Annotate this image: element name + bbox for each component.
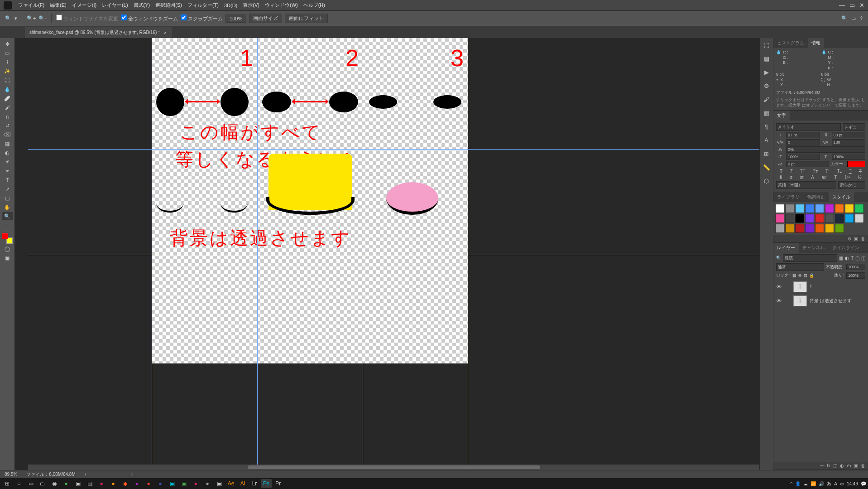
dock-navigator-icon[interactable]: ⊞ [762,150,771,158]
zoom-out-icon[interactable]: 🔍- [38,15,47,21]
menu-help[interactable]: ヘルプ(H) [301,2,328,9]
dock-actions-icon[interactable]: ▶ [762,68,771,76]
explorer-icon[interactable]: 🗀 [37,479,48,488]
search-icon[interactable]: 🔍 [841,15,848,21]
shift-input[interactable]: 0 pt [786,161,829,167]
tray-volume-icon[interactable]: 🔊 [819,481,824,486]
style-swatch[interactable] [855,214,864,223]
chevron-left-icon[interactable]: ‹ [131,472,133,477]
filter-pixel-icon[interactable]: ▦ [839,256,843,261]
dock-swatches-icon[interactable]: ▦ [762,109,771,117]
app-icon[interactable]: ● [202,479,213,488]
filter-type-icon[interactable]: T [851,256,854,261]
app-icon[interactable]: Lr [249,479,260,488]
fit-screen-button[interactable]: 画面サイズ [249,14,282,23]
adjustment-layer-icon[interactable]: ◐ [840,463,844,468]
style-swatch[interactable] [845,214,854,223]
hscale-input[interactable]: 100% [832,154,866,160]
move-tool[interactable]: ✥ [2,40,13,48]
task-view-icon[interactable]: ▭ [25,479,36,488]
menu-image[interactable]: イメージ(I) [69,2,99,9]
menu-filter[interactable]: フィルター(T) [185,2,221,9]
stamp-tool[interactable]: ⎌ [2,112,13,121]
edit-toolbar[interactable]: ⋯ [2,221,13,229]
clear-style-icon[interactable]: ⊘ [848,236,851,241]
document-tab[interactable]: shimanekko_face.psd @ 89.5% (背景は透過させます, … [25,27,173,38]
notifications-icon[interactable]: 💬 [861,481,866,486]
maximize-button[interactable]: ▭ [849,2,855,9]
fit-window-button[interactable]: 画面にフィット [285,14,328,23]
dock-3d-icon[interactable]: ⬡ [762,177,771,185]
a-button[interactable]: A [811,175,814,180]
leading-input[interactable]: 88 pt [832,132,866,138]
photoshop-icon[interactable]: Ps [261,479,272,488]
color-swatches[interactable] [2,233,13,244]
dodge-tool[interactable]: ☀ [2,158,13,166]
style-swatch[interactable] [855,204,864,213]
layer-name[interactable]: 1 [810,284,866,289]
zoom-level[interactable]: 89.5% [5,472,17,477]
menu-type[interactable]: 書式(Y) [131,2,153,9]
strike-button[interactable]: T [859,169,862,174]
close-button[interactable]: ✕ [859,2,864,9]
history-brush-tool[interactable]: ↺ [2,121,13,130]
canvas-area[interactable]: 1 2 3 この幅がすべて 等しくなるように！ [14,38,759,470]
style-swatch[interactable] [825,214,834,223]
filter-adjust-icon[interactable]: ◐ [845,256,849,261]
tray-chevron-icon[interactable]: ^ [791,481,793,486]
style-swatch[interactable] [795,204,804,213]
chrome-icon[interactable]: ◉ [49,479,60,488]
app-icon[interactable]: ● [131,479,142,488]
lasso-tool[interactable]: ⌇ [2,58,13,66]
visibility-toggle[interactable]: 👁 [775,298,782,304]
lock-artboard-icon[interactable]: ⊡ [804,273,807,278]
app-icon[interactable]: ◆ [120,479,130,488]
superscript-button[interactable]: T¹ [825,169,830,174]
layer-thumbnail[interactable]: T [793,295,807,306]
blend-mode-select[interactable]: 通常 [776,263,824,271]
style-swatch[interactable] [845,204,854,213]
app-icon[interactable]: ▣ [214,479,225,488]
tab-info[interactable]: 情報 [808,38,824,48]
gradient-tool[interactable]: ▦ [2,140,13,148]
shape-tool[interactable]: ▢ [2,194,13,202]
app-icon[interactable]: ● [143,479,154,488]
visibility-toggle[interactable]: 👁 [775,284,782,290]
style-swatch[interactable] [785,204,794,213]
eraser-tool[interactable]: ⌫ [2,131,13,139]
tray-ime-icon[interactable]: あ [827,480,831,487]
dock-properties-icon[interactable]: ⚙ [762,82,771,90]
dock-history-icon[interactable]: ▤ [762,54,771,63]
layer-name[interactable]: 背景 は透過させます [810,298,866,304]
zoom-tool[interactable]: 🔍 [2,212,13,220]
marquee-tool[interactable]: ▭ [2,49,13,57]
style-swatch[interactable] [785,224,794,233]
font-family-select[interactable]: メイリオ [776,123,841,131]
filter-smart-icon[interactable]: ◫ [861,256,865,261]
style-swatch[interactable] [815,214,824,223]
italic-button[interactable]: T [790,169,792,174]
style-swatch[interactable] [805,204,814,213]
path-tool[interactable]: ↗ [2,185,13,193]
pen-tool[interactable]: ✒ [2,167,13,175]
artboard[interactable]: 1 2 3 この幅がすべて 等しくなるように！ [152,38,468,363]
layer-row[interactable]: 👁 T 1 [773,280,868,294]
menu-3d[interactable]: 3D(D) [221,3,240,8]
group-icon[interactable]: 🗀 [847,463,851,468]
tray-wifi-icon[interactable]: 📶 [810,481,816,486]
delete-layer-icon[interactable]: 🗑 [861,463,865,468]
tab-styles[interactable]: スタイル [829,192,854,202]
lock-all-icon[interactable]: 🔒 [809,273,814,278]
screen-mode[interactable]: ▣ [2,254,13,262]
layer-thumbnail[interactable]: T [793,281,807,292]
dock-paragraph-icon[interactable]: ¶ [762,122,771,131]
dock-glyphs-icon[interactable]: A [762,136,771,144]
eyedropper-tool[interactable]: 💧 [2,85,13,93]
tray-keyboard-icon[interactable]: A [834,481,837,486]
type-tool[interactable]: T [2,176,13,184]
baseline-input[interactable]: 0% [786,146,865,153]
va-input[interactable]: 0 [786,139,820,145]
link-layers-icon[interactable]: ⚯ [820,463,824,468]
crop-tool[interactable]: ⛶ [2,76,13,84]
language-select[interactable]: 英語（米国） [776,181,836,189]
